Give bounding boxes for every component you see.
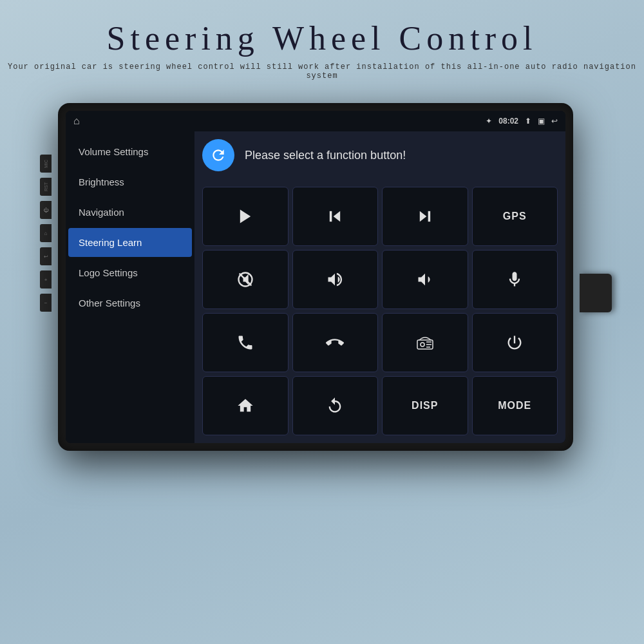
refresh-button[interactable]	[202, 139, 234, 171]
svg-marker-7	[328, 274, 336, 286]
back-fn-button[interactable]	[292, 376, 379, 435]
side-buttons-left: MIC RST ⏻ ⌂ ↩ + −	[40, 155, 52, 312]
hang-up-button[interactable]	[292, 313, 379, 372]
mic-icon	[506, 270, 524, 289]
vol-down-side-button[interactable]: −	[40, 294, 52, 312]
svg-marker-1	[334, 211, 341, 222]
vol-up-button[interactable]	[292, 250, 379, 309]
svg-marker-3	[420, 211, 427, 222]
power-icon	[506, 334, 524, 352]
page-title: Steering Wheel Control	[0, 19, 644, 57]
next-icon	[416, 207, 434, 225]
signal-icon-1: ⬆	[525, 117, 531, 126]
phone-icon	[236, 334, 254, 352]
vol-up-icon	[326, 270, 344, 289]
radio-icon	[416, 334, 434, 352]
usb-port	[580, 274, 612, 312]
svg-rect-2	[330, 211, 332, 222]
power-button[interactable]	[472, 313, 558, 372]
radio-button[interactable]	[382, 313, 468, 372]
function-header: Please select a function button!	[202, 139, 558, 176]
sidebar: Volume Settings Brightness Navigation St…	[66, 131, 194, 443]
disp-button[interactable]: DISP	[382, 376, 468, 435]
signal-icon-2: ▣	[538, 117, 545, 126]
next-button[interactable]	[382, 187, 468, 246]
menu-item-logo[interactable]: Logo Settings	[68, 258, 192, 287]
main-content: Volume Settings Brightness Navigation St…	[66, 131, 565, 443]
play-button[interactable]	[202, 187, 289, 246]
mute-button[interactable]	[202, 250, 289, 309]
function-area: Please select a function button!	[194, 131, 565, 443]
back-side-button[interactable]: ↩	[40, 247, 52, 265]
title-section: Steering Wheel Control Your original car…	[0, 0, 644, 87]
mic-button[interactable]	[472, 250, 558, 309]
status-bar: ⌂ ✦ 08:02 ⬆ ▣ ↩	[66, 111, 565, 131]
function-title: Please select a function button!	[245, 149, 406, 162]
device-wrapper: MIC RST ⏻ ⌂ ↩ + − ⌂ ✦ 08:02 ⬆ ▣ ↩	[58, 103, 586, 483]
back-status-icon: ↩	[551, 117, 558, 126]
hang-up-icon	[326, 334, 344, 352]
status-time: 08:02	[498, 117, 518, 126]
svg-point-10	[421, 343, 424, 346]
menu-item-navigation[interactable]: Navigation	[68, 198, 192, 227]
refresh-icon	[210, 147, 227, 164]
phone-button[interactable]	[202, 313, 289, 372]
bluetooth-icon: ✦	[486, 117, 492, 126]
device-shell: ⌂ ✦ 08:02 ⬆ ▣ ↩ Volume Settings Brightne…	[58, 103, 573, 451]
screen: ⌂ ✦ 08:02 ⬆ ▣ ↩ Volume Settings Brightne…	[66, 111, 565, 443]
vol-down-icon	[416, 270, 434, 289]
play-icon	[236, 207, 254, 225]
svg-marker-0	[240, 210, 251, 223]
menu-item-brightness[interactable]: Brightness	[68, 167, 192, 196]
home-side-button[interactable]: ⌂	[40, 224, 52, 242]
menu-item-steering-learn[interactable]: Steering Learn	[68, 228, 192, 257]
home-icon	[236, 397, 254, 415]
mode-button[interactable]: MODE	[472, 376, 558, 435]
button-grid: GPS	[202, 187, 558, 435]
rst-button[interactable]: RST	[40, 178, 52, 196]
home-button[interactable]	[202, 376, 289, 435]
svg-marker-8	[418, 274, 425, 286]
status-right: ✦ 08:02 ⬆ ▣ ↩	[486, 117, 558, 126]
menu-item-volume[interactable]: Volume Settings	[68, 137, 192, 166]
power-side-button[interactable]: ⏻	[40, 201, 52, 219]
gps-button[interactable]: GPS	[472, 187, 558, 246]
back-fn-icon	[326, 397, 344, 415]
vol-up-side-button[interactable]: +	[40, 270, 52, 289]
page-subtitle: Your original car is steering wheel cont…	[0, 62, 644, 80]
home-status-icon: ⌂	[73, 115, 80, 127]
mic-label: MIC	[40, 155, 52, 173]
mute-icon	[236, 270, 254, 289]
svg-rect-4	[428, 211, 430, 222]
prev-icon	[326, 207, 344, 225]
prev-button[interactable]	[292, 187, 379, 246]
menu-item-other[interactable]: Other Settings	[68, 289, 192, 317]
vol-down-button[interactable]	[382, 250, 468, 309]
